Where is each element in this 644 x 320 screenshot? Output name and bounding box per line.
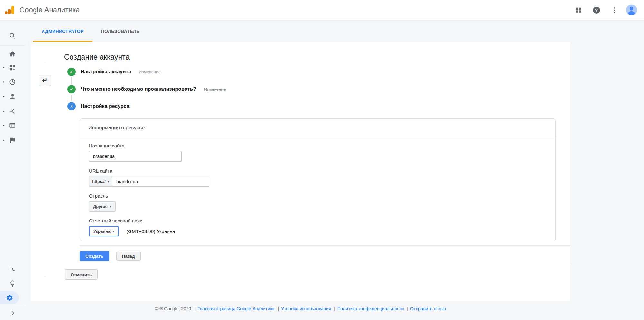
help-icon[interactable]: ? bbox=[590, 4, 603, 16]
site-url-input[interactable] bbox=[112, 176, 209, 187]
lightbulb-icon bbox=[9, 280, 16, 287]
step-property-setup: 3 Настройка ресурса bbox=[67, 102, 130, 110]
expand-arrow-icon: ▸ bbox=[3, 124, 5, 127]
expand-arrow-icon: ▸ bbox=[3, 95, 5, 98]
timeline-line bbox=[45, 62, 45, 277]
page-title: Создание аккаунта bbox=[64, 53, 130, 61]
expand-arrow-icon: ▸ bbox=[3, 109, 5, 113]
dropdown-arrow-icon: ▾ bbox=[110, 205, 111, 208]
back-arrow-icon: ↵ bbox=[42, 77, 48, 84]
dropdown-arrow-icon: ▾ bbox=[112, 230, 114, 233]
logo-wrap[interactable]: Google Аналитика bbox=[0, 5, 80, 15]
tab-administrator[interactable]: АДМИНИСТРАТОР bbox=[33, 20, 92, 42]
step-edit-link[interactable]: Изменение bbox=[139, 70, 161, 74]
tab-user[interactable]: ПОЛЬЗОВАТЕЛЬ bbox=[92, 20, 149, 42]
industry-dropdown[interactable]: Другое ▾ bbox=[89, 201, 116, 212]
sidebar-divider bbox=[0, 306, 25, 306]
sidebar-item-attribution[interactable] bbox=[0, 264, 25, 275]
gear-icon bbox=[6, 294, 13, 301]
sidebar-item-acquisition[interactable]: ▸ bbox=[0, 106, 25, 117]
kebab-menu-icon[interactable]: ⋮ bbox=[608, 4, 621, 16]
property-info-card: Информация о ресурсе Название сайта URL … bbox=[80, 118, 556, 241]
create-button[interactable]: Создать bbox=[80, 251, 109, 261]
card-title: Информация о ресурсе bbox=[80, 119, 555, 137]
customization-icon bbox=[9, 64, 16, 71]
step-edit-link[interactable]: Изменение bbox=[204, 87, 226, 92]
sidebar: ▸ ▸ ▸ ▸ ▸ bbox=[0, 20, 25, 320]
sidebar-item-insights[interactable] bbox=[0, 278, 25, 289]
timezone-dropdown[interactable]: Украина ▾ bbox=[89, 226, 119, 236]
person-icon bbox=[9, 93, 16, 100]
sidebar-collapse-toggle[interactable] bbox=[0, 307, 25, 318]
step-complete-icon: ✓ bbox=[67, 68, 76, 76]
site-name-label: Название сайта bbox=[89, 143, 547, 148]
sidebar-item-admin-active[interactable] bbox=[0, 291, 19, 304]
expand-arrow-icon: ▸ bbox=[3, 80, 5, 83]
timezone-detail: (GMT+03:00) Украина bbox=[126, 229, 175, 234]
step-connector bbox=[71, 95, 72, 101]
industry-label: Отрасль bbox=[89, 193, 547, 199]
timezone-label: Отчетный часовой пояс bbox=[89, 218, 547, 223]
sidebar-item-conversions[interactable]: ▸ bbox=[0, 135, 25, 146]
footer-link-home[interactable]: Главная страница Google Аналитики bbox=[197, 306, 274, 311]
app-header: Google Аналитика ? ⋮ bbox=[0, 0, 644, 20]
sidebar-divider bbox=[0, 45, 25, 46]
sidebar-item-home[interactable] bbox=[0, 48, 25, 59]
user-avatar[interactable] bbox=[626, 5, 637, 15]
cancel-button[interactable]: Отменить bbox=[65, 269, 98, 280]
step-account-setup: ✓ Настройка аккаунта Изменение bbox=[67, 68, 161, 76]
google-analytics-logo-icon bbox=[5, 5, 15, 15]
footer-link-terms[interactable]: Условия использования bbox=[281, 306, 331, 311]
dropdown-arrow-icon: ▾ bbox=[108, 180, 109, 183]
sidebar-item-behavior[interactable]: ▸ bbox=[0, 120, 25, 131]
clock-icon bbox=[9, 78, 16, 86]
admin-tabs: АДМИНИСТРАТОР ПОЛЬЗОВАТЕЛЬ bbox=[33, 20, 149, 42]
expand-arrow-icon: ▸ bbox=[3, 138, 5, 142]
footer-copyright: © ® Google, 2020 bbox=[155, 306, 191, 311]
step-what-to-analyze: ✓ Что именно необходимо проанализировать… bbox=[67, 85, 226, 93]
apps-grid-icon[interactable] bbox=[572, 4, 585, 16]
home-icon bbox=[9, 50, 16, 58]
step-title: Что именно необходимо проанализировать? bbox=[81, 86, 196, 92]
sidebar-item-realtime[interactable]: ▸ bbox=[0, 76, 25, 87]
footer-link-privacy[interactable]: Политика конфиденциальности bbox=[337, 306, 404, 311]
acquisition-icon bbox=[9, 108, 16, 115]
step-connector bbox=[71, 77, 72, 84]
attribution-route-icon bbox=[9, 266, 16, 273]
chevron-right-icon bbox=[9, 309, 16, 317]
search-icon[interactable] bbox=[0, 30, 25, 41]
back-arrow-button[interactable]: ↵ bbox=[39, 75, 51, 86]
sidebar-item-audience[interactable]: ▸ bbox=[0, 91, 25, 102]
section-divider bbox=[64, 265, 570, 265]
step-title: Настройка ресурса bbox=[81, 103, 130, 109]
app-title: Google Аналитика bbox=[19, 6, 80, 14]
footer-link-feedback[interactable]: Отправить отзыв bbox=[410, 306, 446, 311]
section-divider bbox=[79, 245, 570, 246]
protocol-dropdown[interactable]: https:// ▾ bbox=[89, 176, 112, 187]
help-glyph: ? bbox=[593, 7, 600, 14]
site-name-input[interactable] bbox=[89, 151, 182, 162]
expand-arrow-icon: ▸ bbox=[3, 66, 5, 69]
main-panel: Создание аккаунта ↵ ✓ Настройка аккаунта… bbox=[31, 42, 570, 301]
step-title: Настройка аккаунта bbox=[81, 69, 131, 75]
site-url-label: URL сайта bbox=[89, 168, 547, 174]
flag-icon bbox=[9, 136, 16, 144]
back-button[interactable]: Назад bbox=[116, 252, 141, 261]
sidebar-item-customization[interactable]: ▸ bbox=[0, 62, 25, 73]
step-number-icon: 3 bbox=[67, 102, 76, 110]
table-icon bbox=[9, 122, 16, 129]
footer: © ® Google, 2020 |Главная страница Googl… bbox=[31, 306, 570, 311]
step-complete-icon: ✓ bbox=[67, 85, 76, 93]
